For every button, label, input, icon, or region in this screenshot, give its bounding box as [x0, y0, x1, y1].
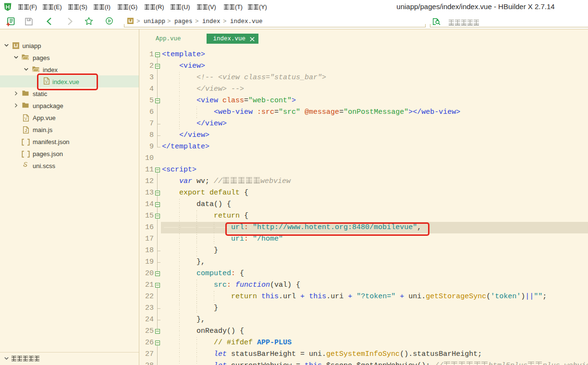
- svg-text:V: V: [24, 116, 27, 121]
- svg-text:J: J: [24, 128, 27, 133]
